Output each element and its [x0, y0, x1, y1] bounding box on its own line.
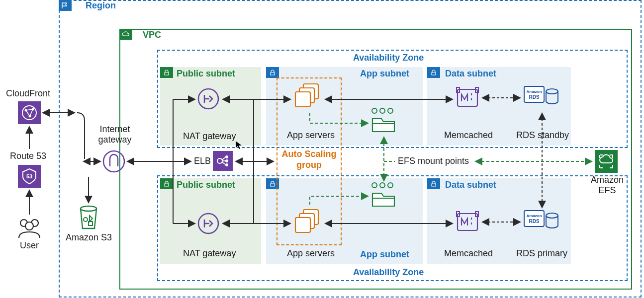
rds-standby-label: RDS standby: [516, 130, 569, 141]
efs-mount-label: EFS mount points: [398, 156, 469, 166]
svg-point-33: [81, 206, 96, 211]
memcached-bottom-label: Memcached: [444, 248, 493, 259]
svg-text:RDS: RDS: [529, 219, 539, 224]
internet-gateway-icon: [102, 150, 125, 173]
app-servers-bottom-label: App servers: [287, 248, 335, 259]
svg-point-19: [380, 183, 385, 188]
svg-point-13: [546, 89, 558, 94]
lock-icon: [266, 67, 279, 78]
rds-primary-label: RDS primary: [516, 248, 567, 259]
svg-point-5: [380, 108, 385, 113]
folder-gears-icon-top: [369, 107, 397, 135]
svg-point-30: [225, 159, 228, 162]
region-flag-icon: [59, 0, 72, 11]
svg-point-6: [388, 108, 393, 113]
svg-point-36: [22, 106, 36, 120]
cloudfront-label: CloudFront: [6, 88, 50, 99]
az-bottom-label: Availability Zone: [353, 267, 424, 278]
s3-label: Amazon S3: [66, 232, 112, 243]
svg-text:RDS: RDS: [529, 94, 539, 100]
svg-point-34: [84, 218, 88, 222]
internet-gateway-label: Internet gateway: [97, 124, 132, 145]
svg-point-4: [372, 108, 377, 113]
nat-gateway-icon-bottom: [197, 213, 219, 234]
app-subnet-bottom-label: App subnet: [360, 249, 409, 260]
lock-icon: [160, 178, 173, 189]
az-top-label: Availability Zone: [353, 53, 424, 63]
cloudfront-icon: [18, 101, 41, 124]
svg-text:Amazon: Amazon: [526, 214, 542, 218]
app-subnet-top-label: App subnet: [360, 69, 409, 79]
svg-text:Amazon: Amazon: [526, 89, 542, 94]
elb-icon: [213, 151, 233, 171]
lock-icon: [160, 67, 173, 78]
vpc-label: VPC: [143, 30, 161, 40]
nat-gateway-bottom-label: NAT gateway: [183, 248, 236, 259]
lock-icon: [427, 67, 440, 78]
efs-label: Amazon EFS: [590, 175, 625, 195]
nat-gateway-top-label: NAT gateway: [183, 131, 236, 142]
svg-point-29: [225, 155, 228, 158]
s3-icon: [77, 205, 100, 230]
svg-point-31: [225, 163, 228, 166]
svg-point-20: [388, 183, 393, 188]
region-label: Region: [86, 0, 116, 11]
data-subnet-top-label: Data subnet: [445, 69, 496, 79]
user-icon: [16, 217, 43, 239]
elb-label: ELB: [194, 156, 211, 166]
svg-point-28: [217, 158, 222, 163]
asg-label: Auto Scaling group: [280, 149, 338, 170]
folder-gears-icon-bottom: [369, 181, 397, 209]
user-label: User: [20, 240, 39, 251]
route53-icon: 53: [18, 165, 41, 188]
vpc-cloud-icon: [119, 29, 132, 40]
svg-point-27: [546, 213, 558, 218]
data-subnet-bottom-label: Data subnet: [445, 180, 496, 190]
public-subnet-top-label: Public subnet: [177, 69, 235, 79]
svg-text:53: 53: [26, 173, 32, 179]
rds-primary-icon: Amazon RDS: [523, 210, 560, 233]
public-subnet-bottom-label: Public subnet: [177, 180, 235, 190]
nat-gateway-icon-top: [197, 88, 219, 110]
efs-icon: [595, 150, 618, 173]
svg-point-18: [372, 183, 377, 188]
memcached-icon-bottom: [456, 211, 479, 233]
cursor-icon: [235, 141, 242, 149]
route53-label: Route 53: [10, 151, 46, 161]
rds-standby-icon: Amazon RDS: [523, 85, 560, 109]
svg-point-43: [25, 222, 33, 230]
memcached-top-label: Memcached: [444, 130, 493, 141]
lock-icon: [427, 178, 440, 189]
memcached-icon-top: [456, 86, 479, 109]
